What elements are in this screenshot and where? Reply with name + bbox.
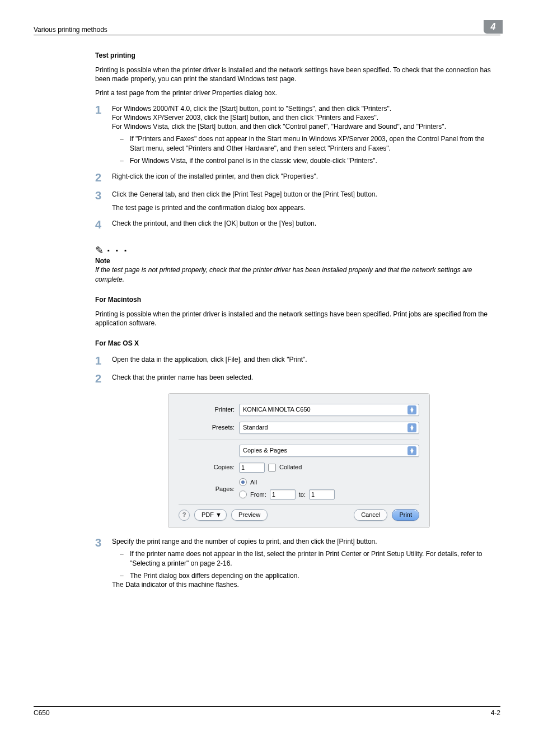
dash: –: [120, 134, 130, 152]
dash: –: [120, 571, 130, 580]
pages-from-label: From:: [250, 491, 266, 499]
step-text: Click the General tab, and then click th…: [112, 190, 500, 199]
pages-all-radio[interactable]: [239, 478, 247, 486]
copies-label: Copies:: [179, 463, 239, 472]
section-value: Copies & Pages: [243, 446, 287, 455]
pages-label: Pages:: [179, 485, 239, 493]
dropdown-icon: ▲▼: [407, 405, 416, 414]
step-text: For Windows XP/Server 2003, click the [S…: [112, 113, 500, 122]
step-number: 1: [95, 104, 112, 165]
chapter-badge: 4: [484, 20, 503, 34]
note-text: If the test page is not printed properly…: [95, 265, 500, 283]
sub-item: If "Printers and Faxes" does not appear …: [130, 134, 500, 152]
step-text: For Windows 2000/NT 4.0, click the [Star…: [112, 104, 500, 113]
heading-test-printing: Test printing: [95, 51, 500, 60]
cancel-button[interactable]: Cancel: [354, 509, 387, 521]
step-number: 2: [95, 172, 112, 183]
dash: –: [120, 549, 130, 567]
dropdown-icon: ▲▼: [407, 446, 416, 455]
step-text: For Windows Vista, click the [Start] but…: [112, 122, 500, 131]
footer-page: 4-2: [491, 709, 500, 717]
presets-value: Standard: [243, 423, 268, 432]
dropdown-icon: ▲▼: [407, 423, 416, 432]
presets-label: Presets:: [179, 423, 239, 432]
note-icon: ✎: [95, 245, 104, 255]
copies-input[interactable]: [239, 463, 265, 473]
help-button[interactable]: ?: [179, 510, 190, 521]
heading-for-macosx: For Mac OS X: [95, 339, 500, 348]
pages-all-label: All: [250, 478, 257, 487]
preview-button[interactable]: Preview: [231, 509, 268, 521]
note-dots: . . .: [107, 240, 128, 255]
step-text: Specify the print range and the number o…: [112, 537, 500, 546]
paragraph: Printing is possible when the printer dr…: [95, 310, 500, 328]
print-button[interactable]: Print: [392, 509, 419, 521]
step-number: 3: [95, 537, 112, 589]
sub-item: For Windows Vista, if the control panel …: [130, 156, 500, 165]
section-select[interactable]: Copies & Pages ▲▼: [239, 445, 419, 457]
note-label: Note: [95, 256, 500, 265]
step-text: Check the printout, and then click the […: [112, 219, 500, 228]
printer-select[interactable]: KONICA MINOLTA C650 ▲▼: [239, 404, 419, 416]
printer-label: Printer:: [179, 405, 239, 414]
presets-select[interactable]: Standard ▲▼: [239, 422, 419, 434]
pages-from-input[interactable]: [270, 489, 296, 500]
step-number: 1: [95, 355, 112, 366]
sub-item: If the printer name does not appear in t…: [130, 549, 500, 567]
dash: –: [120, 156, 130, 165]
step-number: 2: [95, 373, 112, 384]
paragraph: Print a test page from the printer drive…: [95, 88, 500, 97]
pages-from-radio[interactable]: [239, 491, 247, 498]
heading-for-macintosh: For Macintosh: [95, 295, 500, 304]
pdf-button[interactable]: PDF ▼: [194, 509, 227, 521]
print-dialog: Printer: KONICA MINOLTA C650 ▲▼ Presets:…: [168, 393, 430, 529]
paragraph: Printing is possible when the printer dr…: [95, 66, 500, 83]
sub-item: The Print dialog box differs depending o…: [130, 571, 500, 580]
step-text: Open the data in the application, click …: [112, 355, 500, 364]
pages-to-label: to:: [299, 491, 306, 499]
step-number: 4: [95, 219, 112, 230]
step-text: Right-click the icon of the installed pr…: [112, 172, 500, 181]
step-text: Check that the printer name has been sel…: [112, 373, 500, 382]
step-result: The test page is printed and the confirm…: [112, 203, 500, 212]
footer-model: C650: [34, 709, 50, 717]
step-result: The Data indicator of this machine flash…: [112, 580, 500, 589]
collated-checkbox[interactable]: [268, 464, 276, 472]
chapter-number: 4: [491, 22, 496, 32]
step-number: 3: [95, 190, 112, 212]
breadcrumb: Various printing methods: [34, 26, 107, 34]
pages-to-input[interactable]: [309, 489, 335, 500]
printer-value: KONICA MINOLTA C650: [243, 405, 311, 414]
collated-label: Collated: [279, 463, 302, 472]
